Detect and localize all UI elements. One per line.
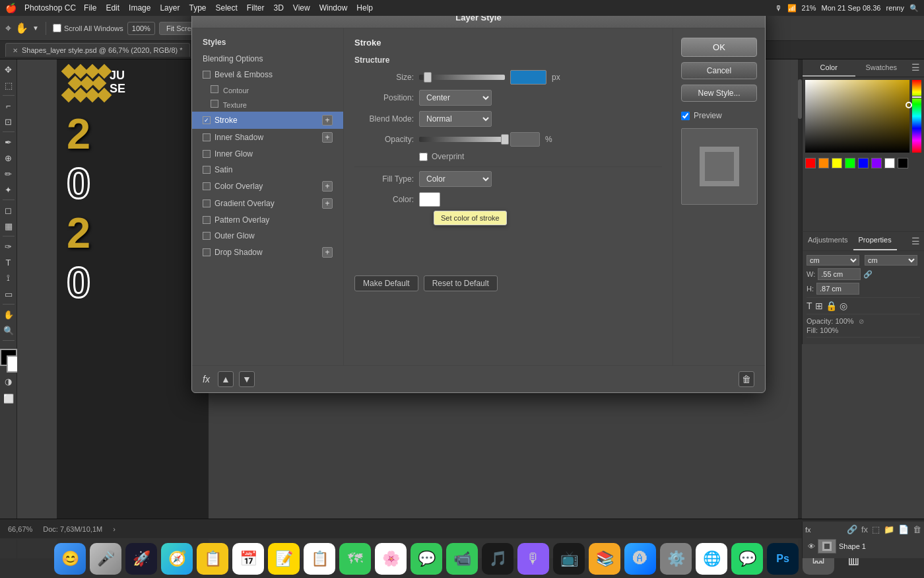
selection-tool[interactable]: ⬚ (1, 78, 16, 92)
pattern-overlay-item[interactable]: Pattern Overlay (192, 212, 343, 228)
prop-dropdown-1[interactable]: cm px (807, 255, 859, 266)
apple-menu[interactable]: 🍎 (5, 3, 16, 13)
satin-checkbox[interactable] (203, 166, 211, 174)
dock-chrome[interactable]: 🌐 (696, 543, 727, 575)
new-style-button[interactable]: New Style... (681, 85, 757, 102)
reset-default-button[interactable]: Reset to Default (424, 275, 498, 291)
transform-icon-3[interactable]: 🔒 (826, 301, 837, 311)
color-overlay-item[interactable]: Color Overlay + (192, 178, 343, 195)
inner-glow-item[interactable]: Inner Glow (192, 146, 343, 162)
eyedropper-tool[interactable]: ✒ (1, 135, 16, 149)
inner-shadow-item[interactable]: Inner Shadow + (192, 129, 343, 146)
dock-whatsapp[interactable]: 💬 (731, 543, 763, 575)
hand-dropdown[interactable]: ▼ (32, 24, 39, 32)
delete-layer-icon[interactable]: 🗑 (913, 524, 921, 534)
crop-tool[interactable]: ⊡ (1, 114, 16, 129)
height-input[interactable] (816, 283, 859, 295)
dock-maps[interactable]: 🗺 (339, 543, 371, 575)
texture-checkbox[interactable] (211, 100, 218, 108)
tab-close-button[interactable]: ✕ (13, 47, 18, 54)
menu-select[interactable]: Select (215, 3, 237, 13)
new-layer-icon[interactable]: 📄 (898, 524, 909, 534)
adjustments-tab[interactable]: Adjustments (803, 232, 853, 250)
contour-item[interactable]: Contour (192, 83, 343, 97)
gradient-tool[interactable]: ▦ (1, 219, 16, 233)
menu-layer[interactable]: Layer (160, 3, 180, 13)
brush-tool[interactable]: ✏ (1, 166, 16, 181)
app-name[interactable]: Photoshop CC (24, 3, 76, 13)
menu-3d[interactable]: 3D (274, 3, 284, 13)
shape-tool[interactable]: ▭ (1, 287, 16, 301)
menu-file[interactable]: File (84, 3, 96, 13)
heal-tool[interactable]: ⊕ (1, 151, 16, 165)
transform-icon-4[interactable]: ◎ (840, 301, 847, 311)
panel-menu-icon[interactable]: ☰ (908, 59, 924, 77)
screen-mode-tool[interactable]: ⬜ (1, 391, 16, 406)
drop-shadow-item[interactable]: Drop Shadow + (192, 244, 343, 261)
eraser-tool[interactable]: ◻ (1, 203, 16, 217)
footer-down-button[interactable]: ▼ (239, 371, 255, 387)
cancel-button[interactable]: Cancel (681, 62, 757, 79)
properties-tab[interactable]: Properties (853, 232, 897, 250)
status-arrow[interactable]: › (113, 525, 116, 533)
swatch-yellow[interactable] (832, 158, 842, 168)
move-icon[interactable]: ⌖ (5, 22, 11, 34)
overprint-checkbox[interactable] (419, 153, 428, 161)
color-hue-bar[interactable] (912, 80, 921, 153)
swatches-tab[interactable]: Swatches (855, 59, 908, 77)
size-slider-thumb[interactable] (424, 72, 432, 83)
menu-window[interactable]: Window (319, 3, 348, 13)
swatch-white[interactable] (884, 158, 895, 168)
lasso-tool[interactable]: ⌐ (1, 98, 16, 113)
layer-name[interactable]: Shape 1 (839, 542, 866, 550)
dock-systemprefs[interactable]: ⚙️ (660, 543, 692, 575)
opacity-slider-thumb[interactable] (501, 134, 509, 145)
fill-type-select[interactable]: Color Gradient Pattern (419, 171, 492, 187)
dock-appstore[interactable]: 🅐 (624, 543, 656, 575)
scroll-all-windows-input[interactable] (53, 24, 61, 32)
drop-shadow-checkbox[interactable] (203, 248, 211, 256)
texture-item[interactable]: Texture (192, 97, 343, 112)
dock-photos[interactable]: 🌸 (375, 543, 407, 575)
menu-filter[interactable]: Filter (247, 3, 265, 13)
dock-siri[interactable]: 🎤 (90, 543, 121, 575)
menu-image[interactable]: Image (129, 3, 150, 13)
zoom-level[interactable]: 100% (127, 22, 155, 35)
dock-notefile[interactable]: 📋 (197, 543, 228, 575)
inner-shadow-checkbox[interactable] (203, 133, 211, 141)
opacity-edit[interactable]: ⊘ (859, 318, 864, 325)
blending-options-item[interactable]: Blending Options (192, 51, 343, 67)
move-tool[interactable]: ✥ (1, 62, 16, 77)
dock-appletv[interactable]: 📺 (553, 543, 585, 575)
quick-mask-tool[interactable]: ◑ (1, 374, 16, 388)
dock-calendar[interactable]: 📅 (232, 543, 264, 575)
new-group-icon[interactable]: 📁 (884, 524, 894, 534)
search-icon[interactable]: 🔍 (909, 4, 919, 13)
add-mask-icon[interactable]: ⬚ (872, 524, 880, 534)
make-default-button[interactable]: Make Default (354, 275, 418, 291)
blend-mode-select[interactable]: Normal Multiply Screen Overlay (419, 111, 492, 127)
hand-icon[interactable]: ✋ (15, 22, 28, 34)
bevel-emboss-item[interactable]: Bevel & Emboss (192, 67, 343, 83)
stamp-tool[interactable]: ✦ (1, 182, 16, 197)
transform-icon-2[interactable]: ⊞ (815, 301, 823, 311)
swatch-purple[interactable] (871, 158, 882, 168)
color-saturation-brightness[interactable] (805, 80, 909, 153)
gradient-overlay-item[interactable]: Gradient Overlay + (192, 195, 343, 212)
footer-delete-button[interactable]: 🗑 (739, 371, 754, 387)
bevel-checkbox[interactable] (203, 71, 211, 79)
color-tab[interactable]: Color (803, 59, 855, 77)
menu-help[interactable]: Help (356, 3, 373, 13)
type-tool[interactable]: T (1, 255, 16, 270)
link-layers-icon[interactable]: 🔗 (847, 524, 857, 534)
layer-visibility-icon[interactable]: 👁 (808, 542, 815, 550)
hand-tool[interactable]: ✋ (1, 307, 16, 322)
fx-label-bottom[interactable]: fx (805, 526, 811, 534)
color-overlay-checkbox[interactable] (203, 182, 211, 190)
width-input[interactable] (818, 268, 861, 280)
gradient-overlay-add-btn[interactable]: + (322, 198, 333, 209)
color-overlay-add-btn[interactable]: + (322, 181, 333, 192)
ok-button[interactable]: OK (681, 38, 757, 57)
dock-launchpad[interactable]: 🚀 (125, 543, 157, 575)
swatch-orange[interactable] (818, 158, 829, 168)
